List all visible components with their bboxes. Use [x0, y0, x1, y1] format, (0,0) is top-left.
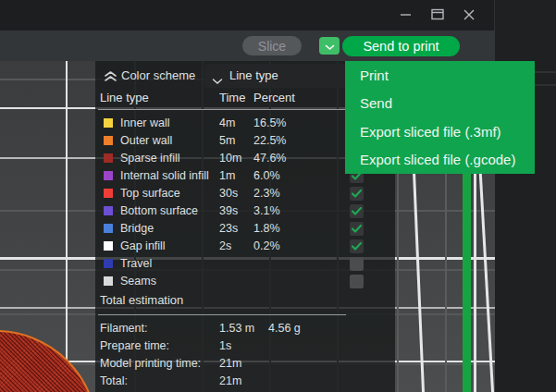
row-label: Bottom surface [120, 204, 198, 217]
legend-row: Bottom surface 39s 3.1% [95, 202, 395, 220]
row-time: 30s [219, 187, 238, 200]
legend-row: Bridge 23s 1.8% [95, 220, 395, 238]
column-header-time: Time [219, 91, 245, 104]
title-bar [0, 0, 495, 31]
color-swatch [104, 276, 113, 286]
legend-row: Travel [95, 255, 395, 273]
row-time: 4m [219, 116, 235, 129]
row-label: Top surface [120, 187, 180, 200]
totals-label: Filament: [100, 322, 147, 335]
totals-value-2: 4.56 g [268, 322, 301, 335]
divider [535, 84, 556, 86]
row-percent: 22.5% [253, 134, 286, 147]
collapse-panel-icon[interactable] [104, 69, 117, 86]
panel-title: Color scheme [121, 68, 195, 82]
slice-button[interactable]: Slice [242, 36, 302, 55]
row-time: 2s [219, 239, 231, 252]
row-percent: 2.3% [253, 187, 280, 200]
row-label: Seams [120, 275, 156, 288]
menu-item-send[interactable]: Send [345, 90, 535, 118]
row-percent: 0.2% [253, 239, 280, 252]
row-visibility-checkbox[interactable] [350, 204, 364, 218]
totals-value: 21m [219, 374, 241, 387]
color-swatch [104, 171, 113, 180]
side-panel-collapsed [495, 0, 556, 392]
row-time: 39s [219, 204, 238, 217]
view-type-value: Line type [229, 68, 278, 82]
color-swatch [104, 153, 113, 163]
row-label: Sparse infill [120, 152, 180, 165]
menu-item-export-3mf[interactable]: Export sliced file (.3mf) [345, 117, 535, 146]
legend-row: Gap infill 2s 0.2% [95, 238, 395, 255]
totals-row: Prepare time: 1s [95, 337, 395, 355]
divider [98, 109, 346, 110]
row-visibility-checkbox[interactable] [350, 275, 364, 288]
send-to-print-label: Send to print [363, 39, 439, 54]
row-percent: 3.1% [253, 204, 280, 217]
totals-value: 1.53 m [219, 322, 254, 335]
color-swatch [104, 136, 113, 145]
row-label: Internal solid infill [120, 169, 209, 182]
color-swatch [104, 206, 113, 215]
row-visibility-checkbox[interactable] [350, 257, 364, 271]
close-button[interactable] [455, 0, 483, 31]
row-visibility-checkbox[interactable] [350, 239, 364, 253]
totals-title: Total estimation [100, 293, 183, 307]
totals-value: 1s [219, 339, 231, 352]
row-label: Bridge [120, 222, 154, 235]
column-header-line-type: Line type [100, 91, 149, 104]
row-percent: 47.6% [253, 152, 286, 165]
plate-edge-line [66, 61, 68, 392]
send-dropdown-menu: Print Send Export sliced file (.3mf) Exp… [345, 61, 535, 174]
row-label: Inner wall [120, 116, 170, 129]
restore-icon [431, 7, 444, 24]
row-label: Outer wall [120, 134, 172, 147]
row-visibility-checkbox[interactable] [350, 187, 364, 201]
color-swatch [104, 118, 113, 128]
chevron-down-icon [212, 72, 223, 89]
send-dropdown-button[interactable] [319, 37, 340, 55]
menu-item-print[interactable]: Print [345, 61, 535, 90]
row-label: Travel [120, 257, 152, 270]
totals-row: Filament: 1.53 m 4.56 g [95, 320, 395, 337]
color-swatch [104, 224, 113, 233]
restore-button[interactable] [424, 0, 451, 31]
legend-row: Seams [95, 273, 395, 290]
totals-row: Model printing time: 21m [95, 355, 395, 373]
menu-item-export-gcode[interactable]: Export sliced file (.gcode) [345, 146, 535, 175]
divider [535, 71, 556, 73]
row-percent: 6.0% [253, 169, 280, 182]
totals-label: Total: [100, 374, 128, 387]
totals-row: Total: 21m [95, 373, 395, 390]
totals-label: Prepare time: [100, 339, 169, 352]
row-percent: 16.5% [253, 116, 286, 129]
row-time: 1m [219, 169, 235, 182]
send-to-print-button[interactable]: Send to print [342, 36, 460, 56]
color-swatch [104, 241, 113, 251]
row-visibility-checkbox[interactable] [350, 222, 364, 236]
chevron-down-icon [325, 38, 335, 55]
minimize-icon [400, 7, 412, 24]
color-swatch [104, 189, 113, 198]
color-swatch [104, 259, 113, 268]
toolbar: Slice Send to print [0, 31, 495, 61]
row-percent: 1.8% [253, 222, 280, 235]
row-label: Gap infill [120, 239, 166, 252]
divider [98, 314, 346, 315]
legend-row: Top surface 30s 2.3% [95, 185, 395, 202]
row-time: 23s [219, 222, 238, 235]
totals-label: Model printing time: [100, 357, 201, 370]
row-time: 5m [219, 134, 235, 147]
close-icon [463, 7, 475, 24]
minimize-button[interactable] [391, 0, 419, 31]
totals-value: 21m [219, 357, 241, 370]
slice-button-label: Slice [258, 39, 286, 54]
app-window: Slice Send to print [0, 0, 556, 392]
column-header-percent: Percent [253, 91, 295, 104]
row-time: 10m [219, 152, 241, 165]
